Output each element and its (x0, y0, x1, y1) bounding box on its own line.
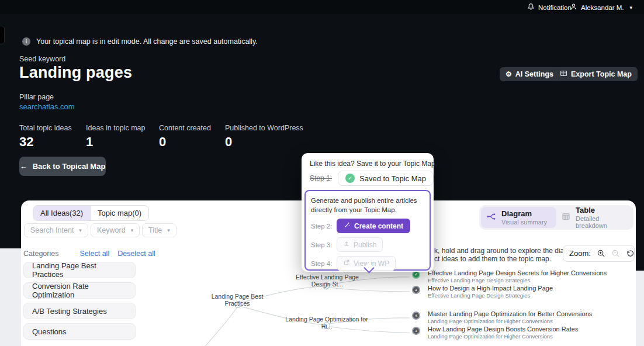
leaf-text: Master Landing Page Optimization for Bet… (428, 310, 592, 324)
idea-leaf[interactable]: + How to Design a High-Impact Landing Pa… (412, 285, 553, 299)
leaf-text: How Landing Page Design Boosts Conversio… (428, 326, 578, 340)
category-conversion-rate-optimization[interactable]: Conversion Rate Optimization (23, 282, 136, 299)
user-menu[interactable]: Aleksandar M. ▾ (570, 3, 632, 12)
diagram-icon (486, 212, 496, 223)
drawer-handle[interactable] (0, 26, 5, 44)
leaf-title: How to Design a High-Impact Landing Page (428, 285, 553, 292)
filter-label: Title (148, 226, 162, 234)
check-circle-icon: ✓ (345, 174, 355, 183)
save-idea-popup: Like this idea? Save it to your Topic Ma… (302, 153, 434, 272)
zoom-control: Zoom: (563, 245, 635, 262)
diagram-hint-line2: ct ideas to add them to the topic map. (434, 255, 551, 263)
filter-label: Keyword (97, 226, 126, 234)
idea-leaf[interactable]: + How Landing Page Design Boosts Convers… (412, 326, 578, 340)
plus-circle-icon[interactable]: + (412, 286, 420, 294)
table-seg-text: Table Detailed breakdown (576, 206, 626, 229)
table-view-button[interactable]: Table Detailed breakdown (556, 207, 632, 228)
table-subtitle: Detailed breakdown (576, 215, 626, 229)
step3-label: Step 3: (311, 241, 337, 248)
export-table-icon (560, 70, 567, 79)
saved-button-label: Saved to Topic Map (359, 174, 426, 183)
stat-value: 0 (225, 134, 303, 150)
create-content-button[interactable]: Create content (337, 219, 410, 233)
zoom-reset-icon[interactable] (626, 249, 635, 258)
tab-topic-map[interactable]: Topic map(0) (90, 206, 148, 220)
step1-row: Step 1: ✓ Saved to Topic Map (310, 171, 434, 186)
diagram-view-button[interactable]: Diagram Visual summary (481, 207, 556, 228)
pillar-page-link[interactable]: searchatlas.com (19, 102, 75, 111)
table-icon (562, 212, 570, 223)
back-button-label: Back to Topical Map (33, 162, 106, 171)
leaf-subtitle: Effective Landing Page Design Strategies (428, 277, 607, 283)
edit-mode-text: Your topical map is in edit mode. All ch… (36, 37, 258, 46)
filter-label: Search Intent (30, 226, 74, 234)
back-to-topical-map-button[interactable]: ← Back to Topical Map (19, 157, 106, 176)
create-content-label: Create content (354, 222, 403, 230)
stat-content-created: Content created 0 (159, 124, 211, 150)
tab-all-ideas[interactable]: All Ideas(32) (33, 206, 90, 220)
keyword-filter[interactable]: Keyword ▾ (91, 223, 140, 237)
external-link-icon (343, 259, 350, 268)
step2-row: Step 2: Create content (311, 219, 424, 233)
select-all-link[interactable]: Select all (79, 250, 109, 258)
step4-label: Step 4: (311, 260, 337, 267)
node-landing-page-optimization[interactable]: Landing Page Optimization for Hi... (285, 316, 368, 330)
leaf-title: Master Landing Page Optimization for Bet… (428, 310, 592, 317)
leaf-subtitle: Landing Page Optimization for Higher Con… (428, 333, 578, 340)
leaf-title: How Landing Page Design Boosts Conversio… (428, 326, 578, 333)
diagram-subtitle: Visual summary (501, 219, 547, 226)
category-landing-page-best-practices[interactable]: Landing Page Best Practices (23, 262, 136, 278)
plus-circle-icon[interactable]: + (412, 327, 420, 335)
person-icon (570, 3, 577, 12)
categories-label: Categories (23, 250, 58, 258)
zoom-out-icon[interactable] (611, 249, 620, 258)
stat-label: Ideas in topic map (86, 124, 145, 132)
stat-ideas-in-topic-map: Ideas in topic map 1 (86, 124, 145, 150)
ai-settings-label: AI Settings (515, 70, 553, 78)
plus-circle-icon[interactable]: + (412, 312, 420, 320)
category-ab-testing-strategies[interactable]: A/B Testing Strategies (23, 303, 136, 319)
category-questions[interactable]: Questions (23, 323, 136, 340)
user-name: Aleksandar M. (581, 4, 624, 11)
deselect-all-link[interactable]: Deselect all (117, 250, 155, 258)
diagram-seg-text: Diagram Visual summary (501, 209, 547, 226)
stat-published-to-wordpress: Published to WordPress 0 (225, 124, 303, 150)
export-label: Export Topic Map (571, 70, 632, 78)
back-arrow-icon: ← (20, 162, 27, 171)
stat-label: Total topic ideas (19, 124, 72, 132)
upload-icon (343, 240, 350, 249)
idea-leaf[interactable]: + Master Landing Page Optimization for B… (412, 310, 592, 324)
node-landing-page-best-practices[interactable]: Landing Page Best Practices (199, 293, 276, 307)
leaf-text: How to Design a High-Impact Landing Page… (428, 285, 553, 299)
leaf-subtitle: Landing Page Optimization for Higher Con… (428, 318, 592, 324)
step2-label: Step 2: (311, 223, 337, 230)
check-circle-icon[interactable]: ✓ (412, 271, 420, 279)
pillar-page-label: Pillar page (19, 93, 54, 101)
publish-button[interactable]: Publish (337, 237, 383, 252)
table-title: Table (576, 206, 626, 214)
notification-button[interactable]: Notification (527, 3, 572, 12)
stat-value: 32 (19, 134, 72, 150)
export-topic-map-button[interactable]: Export Topic Map (554, 67, 638, 81)
stat-total-topic-ideas: Total topic ideas 32 (19, 124, 72, 150)
step3-row: Step 3: Publish (311, 237, 424, 252)
stat-value: 0 (159, 134, 211, 150)
edit-mode-note: i Your topical map is in edit mode. All … (22, 37, 258, 46)
magic-wand-icon (344, 222, 351, 230)
stat-value: 1 (86, 134, 145, 150)
idea-leaf[interactable]: ✓ Effective Landing Page Design Secrets … (412, 269, 607, 283)
notification-label: Notification (538, 4, 572, 11)
search-intent-filter[interactable]: Search Intent ▾ (24, 223, 88, 237)
leaf-title: Effective Landing Page Design Secrets fo… (428, 269, 607, 276)
categories-header: Categories Select all Deselect all (23, 250, 155, 258)
info-icon: i (22, 37, 30, 46)
saved-to-topic-map-button[interactable]: ✓ Saved to Topic Map (338, 171, 434, 186)
zoom-in-icon[interactable] (597, 249, 605, 258)
ai-settings-button[interactable]: ⚙ AI Settings (500, 67, 559, 81)
node-effective-landing-page-design[interactable]: Effective Landing Page Design St... (286, 274, 368, 288)
publish-steps-description: Generate and publish entire articles dir… (311, 196, 424, 214)
seed-keyword-label: Seed keyword (19, 55, 65, 63)
step1-label: Step 1: (310, 174, 332, 182)
ideas-tabs: All Ideas(32) Topic map(0) (33, 205, 149, 221)
title-filter[interactable]: Title ▾ (142, 223, 176, 237)
